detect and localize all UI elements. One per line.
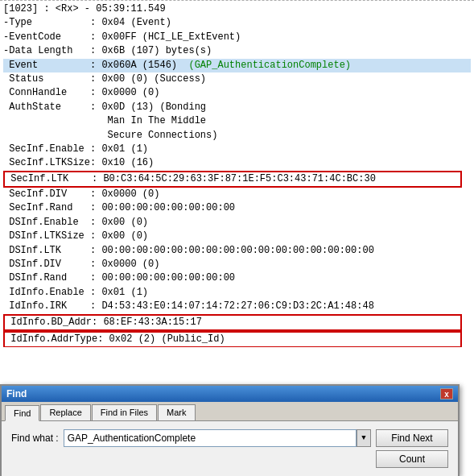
- log-line-addrtype: IdInfo.AddrType: 0x02 (2) (Public_Id): [3, 331, 462, 347]
- log-line: AuthState : 0x0D (13) (Bonding: [3, 101, 471, 114]
- log-line: ConnHandle : 0x0000 (0): [3, 86, 471, 100]
- find-dialog-title: Find: [6, 388, 27, 399]
- find-body: Find what : ▼ Find Next Count: [2, 421, 458, 476]
- log-line-bdaddr: IdInfo.BD_Addr: 68:EF:43:3A:15:17: [3, 314, 462, 331]
- log-line-event: Event : 0x060A (1546) (GAP_Authenticatio…: [3, 59, 471, 72]
- log-line: -Data Length : 0x6B (107) bytes(s): [3, 44, 471, 58]
- main-container: [1023] : <Rx> - 05:39:11.549 -Type : 0x0…: [0, 0, 474, 347]
- log-line: Status : 0x00 (0) (Success): [3, 72, 471, 86]
- log-line: DSInf.DIV : 0x0000 (0): [3, 258, 471, 271]
- find-dialog-titlebar: Find x: [2, 386, 458, 402]
- log-area: [1023] : <Rx> - 05:39:11.549 -Type : 0x0…: [0, 1, 474, 347]
- log-line: DSInf.LTK : 00:00:00:00:00:00:00:00:00:0…: [3, 244, 471, 258]
- log-line: IdInfo.Enable : 0x01 (1): [3, 286, 471, 300]
- log-line: SecInf.Rand : 00:00:00:00:00:00:00:00: [3, 201, 471, 215]
- log-line: [1023] : <Rx> - 05:39:11.549: [3, 2, 471, 16]
- find-tabs: Find Replace Find in Files Mark: [2, 402, 458, 421]
- log-line: -Type : 0x04 (Event): [3, 16, 471, 30]
- tab-mark[interactable]: Mark: [158, 404, 195, 420]
- log-line: SecInf.DIV : 0x0000 (0): [3, 188, 471, 201]
- find-next-button[interactable]: Find Next: [376, 429, 448, 447]
- log-line: Man In The Middle: [3, 114, 471, 128]
- log-line: SecInf.LTKSize: 0x10 (16): [3, 156, 471, 170]
- log-line: Secure Connections): [3, 129, 471, 143]
- find-what-input[interactable]: [64, 429, 357, 447]
- log-line-secinfltk: SecInf.LTK : B0:C3:64:5C:29:63:3F:87:1E:…: [3, 171, 462, 188]
- tab-find[interactable]: Find: [5, 405, 39, 421]
- count-button[interactable]: Count: [376, 450, 448, 468]
- find-dialog-close-button[interactable]: x: [440, 388, 453, 399]
- find-dialog: Find x Find Replace Find in Files Mark F…: [0, 384, 460, 476]
- find-what-label: Find what :: [11, 433, 59, 444]
- log-line: -EventCode : 0x00FF (HCI_LE_ExtEvent): [3, 31, 471, 44]
- find-input-wrapper: ▼: [64, 429, 371, 447]
- log-line: SecInf.Enable : 0x01 (1): [3, 143, 471, 156]
- log-line: DSInf.Enable : 0x00 (0): [3, 216, 471, 230]
- tab-replace[interactable]: Replace: [40, 404, 90, 420]
- log-line: IdInfo.IRK : D4:53:43:E0:14:07:14:72:27:…: [3, 300, 471, 313]
- log-line: DSInf.Rand : 00:00:00:00:00:00:00:00: [3, 271, 471, 285]
- find-button-group: Find Next Count: [376, 429, 448, 468]
- find-row: Find what : ▼ Find Next Count: [11, 429, 448, 468]
- find-dropdown-button[interactable]: ▼: [357, 429, 371, 447]
- tab-find-in-files[interactable]: Find in Files: [92, 404, 157, 420]
- log-line: DSInf.LTKSize : 0x00 (0): [3, 230, 471, 243]
